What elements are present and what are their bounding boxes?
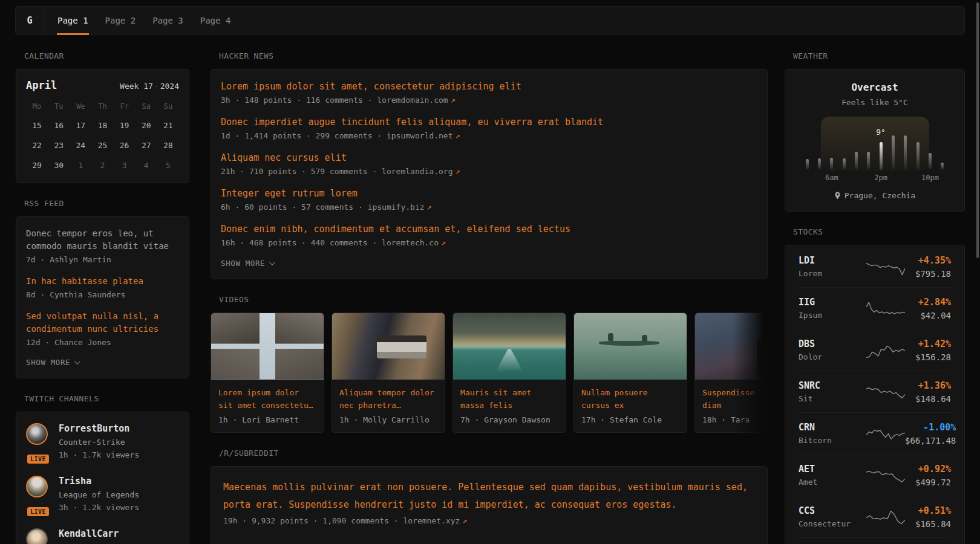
twitch-avatar-wrap	[26, 528, 50, 544]
stock-change-percent: +0.92%	[905, 464, 951, 474]
hackernews-item-title[interactable]: Integer eget rutrum lorem	[221, 187, 757, 201]
hackernews-item-meta-text: 6h · 60 points · 57 comments · ipsumify.…	[221, 202, 425, 212]
video-title[interactable]: Suspendisse diam	[702, 386, 758, 412]
calendar-weekday-label: We	[70, 100, 91, 113]
stock-change-percent: -1.00%	[905, 422, 956, 433]
rss-item-title[interactable]: In hac habitasse platea	[26, 275, 179, 288]
stock-row: AET Amet +0.92% $499.72	[799, 454, 951, 496]
twitch-channel-info: ForrestBurton Counter-Strike 1h · 1.7k v…	[59, 423, 139, 460]
twitch-widget-title: TWITCH CHANNELS	[24, 394, 189, 403]
hackernews-item-title[interactable]: Donec enim nibh, condimentum et accumsan…	[221, 222, 757, 236]
video-card[interactable]: Mauris sit amet massa felis 7h · Grayson…	[452, 312, 566, 433]
external-link-icon: ↗	[451, 96, 456, 105]
page-scrollbar-thumb[interactable]	[976, 2, 979, 258]
stock-name: Sit	[799, 394, 866, 404]
hackernews-item-meta-text: 21h · 710 points · 579 comments · loreml…	[221, 167, 453, 176]
video-title[interactable]: Mauris sit amet massa felis	[460, 386, 558, 412]
location-pin-icon	[834, 192, 841, 199]
weather-feels-like: Feels like 5°C	[785, 98, 964, 107]
rss-item-title[interactable]: Sed volutpat nulla nisl, a condimentum n…	[26, 310, 179, 335]
calendar-day-number: 26	[116, 139, 133, 152]
rss-show-more-button[interactable]: SHOW MORE	[26, 358, 179, 367]
stock-change-percent: +1.36%	[905, 380, 951, 391]
twitch-channel-row[interactable]: LIVE ForrestBurton Counter-Strike 1h · 1…	[26, 423, 179, 460]
calendar-day-cell: 18	[91, 117, 113, 133]
hackernews-item: Donec enim nibh, condimentum et accumsan…	[221, 222, 757, 249]
hackernews-item: Integer eget rutrum lorem 6h · 60 points…	[221, 187, 757, 213]
calendar-weekday-label: Th	[91, 100, 113, 113]
video-meta: 1h · Lori Barnett	[218, 415, 316, 424]
weather-peak-temperature: 9°	[876, 128, 886, 137]
weather-hourly-chart: 9°	[801, 117, 949, 170]
twitch-channel-row[interactable]: LIVE Trisha League of Legends 3h · 1.2k …	[26, 476, 179, 513]
calendar-week-number: Week 17	[120, 82, 153, 91]
stock-price: $156.28	[905, 352, 951, 362]
calendar-day-cell: 21	[157, 117, 179, 133]
app-logo[interactable]: G	[16, 7, 44, 34]
dashboard-columns: CALENDAR April Week 17·2024 Mo Tu We	[0, 35, 980, 544]
video-thumbnail[interactable]	[211, 313, 324, 380]
page-tab[interactable]: Page 2	[97, 7, 145, 34]
rss-item-title[interactable]: Donec tempor eros leo, ut commodo mauris…	[26, 227, 179, 253]
video-card[interactable]: Lorem ipsum dolor sit amet consectetu… 1…	[211, 312, 324, 433]
calendar-day-number: 16	[50, 119, 67, 132]
external-link-icon: ↗	[427, 202, 432, 212]
calendar-grid: Mo Tu We Th Fr Sa Su	[26, 100, 179, 173]
page-tab[interactable]: Page 1	[49, 7, 97, 34]
calendar-day-number: 27	[138, 139, 155, 152]
videos-widget-title: VIDEOS	[219, 295, 768, 304]
hackernews-item-meta: 3h · 148 points · 116 comments · loremdo…	[221, 94, 757, 106]
page-tab[interactable]: Page 4	[192, 7, 240, 34]
calendar-day-number: 22	[28, 139, 45, 152]
video-meta: 17h · Stefan Cole	[581, 415, 679, 424]
weather-bar	[830, 158, 833, 170]
stock-ticker: AET	[799, 464, 866, 474]
video-card[interactable]: Nullam posuere cursus ex 17h · Stefan Co…	[573, 312, 687, 433]
rss-item-meta: 7d · Ashlyn Martin	[26, 254, 179, 265]
twitch-channel-row[interactable]: KendallCarr	[26, 528, 179, 544]
video-title[interactable]: Aliquam tempor dolor nec pharetra…	[339, 386, 437, 412]
reddit-post-title[interactable]: Maecenas mollis pulvinar erat non posuer…	[223, 479, 755, 514]
hackernews-show-more-button[interactable]: SHOW MORE	[221, 259, 757, 268]
stock-ticker: CCS	[799, 505, 866, 516]
video-card[interactable]: Suspendisse diam 18h · Tara	[694, 312, 768, 433]
weather-bar	[843, 158, 846, 170]
rss-show-more-label: SHOW MORE	[26, 358, 70, 367]
calendar-day-cell: 19	[114, 117, 136, 133]
calendar-day-cell: 24	[70, 137, 91, 153]
video-title[interactable]: Nullam posuere cursus ex	[581, 386, 679, 412]
video-thumbnail[interactable]	[332, 313, 445, 380]
calendar-month: April	[26, 79, 57, 91]
video-thumbnail[interactable]	[695, 313, 768, 380]
hackernews-item-meta: 1d · 1,414 points · 299 comments · ipsum…	[221, 130, 757, 142]
calendar-day-number: 18	[94, 119, 111, 132]
calendar-weekday-label: Su	[157, 100, 179, 113]
video-card[interactable]: Aliquam tempor dolor nec pharetra… 1h · …	[332, 312, 445, 433]
video-title[interactable]: Lorem ipsum dolor sit amet consectetu…	[218, 386, 316, 412]
hackernews-item-meta-text: 16h · 468 points · 440 comments · loremt…	[221, 238, 439, 247]
weather-bar-slot: 9°	[875, 117, 887, 170]
external-link-icon: ↗	[456, 167, 460, 176]
stock-values: +0.51% $165.84	[905, 505, 951, 529]
stocks-widget: STOCKS LDI Lorem +4.35% $795.18	[785, 227, 965, 544]
calendar-day-cell: 22	[26, 137, 48, 153]
hackernews-item-title[interactable]: Donec imperdiet augue tincidunt felis al…	[221, 115, 757, 129]
weather-time-label: 6am	[825, 173, 838, 182]
calendar-day-cell: 3	[114, 157, 136, 173]
reddit-post-meta: 19h · 9,932 points · 1,090 comments · lo…	[223, 516, 755, 525]
stock-sparkline	[866, 340, 905, 361]
video-thumbnail[interactable]	[453, 313, 566, 380]
external-link-icon: ↗	[456, 131, 460, 140]
calendar-day-number: 24	[73, 139, 90, 152]
page-tab[interactable]: Page 3	[144, 7, 192, 34]
hackernews-item-title[interactable]: Aliquam nec cursus elit	[221, 151, 757, 165]
hackernews-item-meta: 6h · 60 points · 57 comments · ipsumify.…	[221, 201, 757, 213]
video-thumbnail[interactable]	[574, 313, 687, 380]
stock-values: -1.00% $66,171.48	[905, 422, 956, 445]
hackernews-item-title[interactable]: Lorem ipsum dolor sit amet, consectetur …	[221, 80, 757, 94]
stock-row: IIG Ipsum +2.84% $42.04	[799, 287, 951, 329]
stock-row: DBS Dolor +1.42% $156.28	[799, 329, 951, 371]
stock-price: $795.18	[905, 269, 951, 279]
weather-card: Overcast Feels like 5°C 9° 6am2pm10pm Pr…	[785, 69, 965, 212]
twitch-channel-name: KendallCarr	[59, 528, 119, 540]
